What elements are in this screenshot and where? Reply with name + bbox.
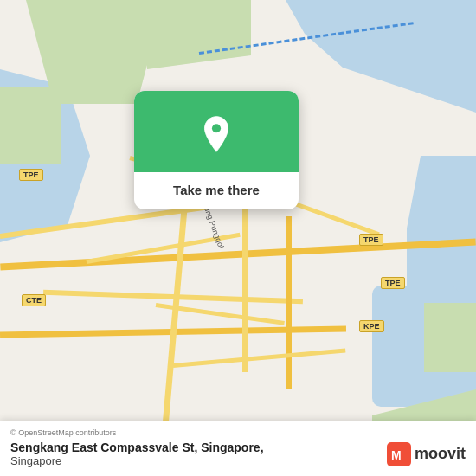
map-container: TPE CTE TPE TPE KPE Sung Punggol Take me…: [0, 0, 476, 476]
location-info: Sengkang East Compassvale St, Singapore,…: [10, 441, 264, 467]
expressway-badge-tpe-top: TPE: [19, 169, 43, 181]
moovit-icon: M: [387, 442, 411, 466]
moovit-logo: M moovit: [387, 442, 466, 466]
expressway-badge-kpe: KPE: [359, 320, 384, 332]
bottom-bar: © OpenStreetMap contributors Sengkang Ea…: [0, 421, 476, 476]
green-left-mid: [0, 87, 61, 164]
svg-point-0: [212, 124, 221, 132]
expressway-badge-tpe-right: TPE: [359, 234, 383, 246]
green-bottom-far-right: [424, 303, 476, 372]
location-name: Sengkang East Compassvale St, Singapore,: [10, 441, 264, 454]
bottom-bar-inner: Sengkang East Compassvale St, Singapore,…: [10, 441, 466, 467]
moovit-text-label: moovit: [415, 445, 466, 463]
location-pin-icon: [197, 115, 235, 153]
action-card-green-area: [134, 91, 299, 172]
location-sub: Singapore: [10, 454, 264, 467]
expressway-badge-cte: CTE: [22, 294, 46, 306]
action-card-button-area[interactable]: Take me there: [134, 172, 299, 209]
map-attribution: © OpenStreetMap contributors: [10, 428, 466, 437]
svg-text:M: M: [391, 448, 402, 462]
expressway-badge-tpe-right2: TPE: [381, 277, 405, 289]
road-vertical-3: [286, 216, 292, 389]
action-card: Take me there: [134, 91, 299, 209]
take-me-there-button[interactable]: Take me there: [173, 183, 260, 197]
